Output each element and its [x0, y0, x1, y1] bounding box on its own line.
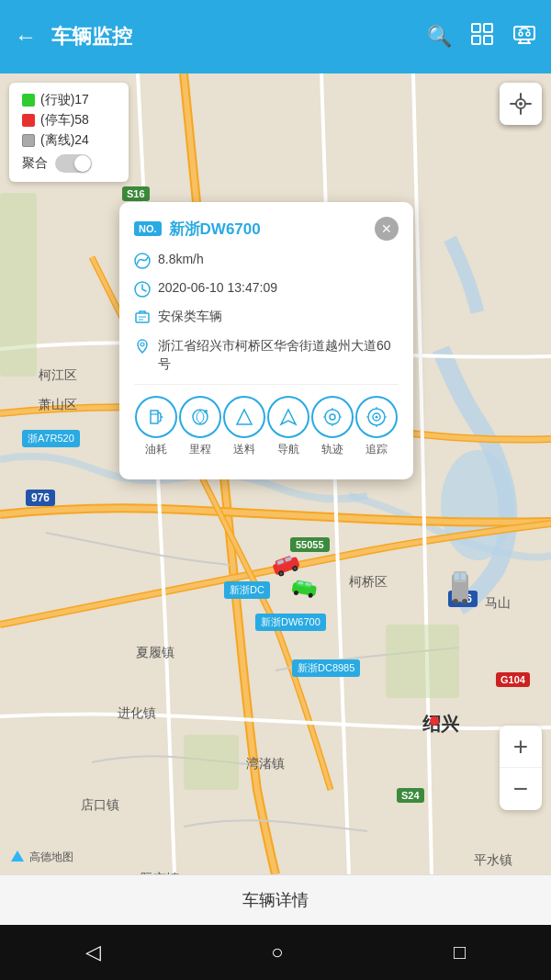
- plate-dc: 新浙DC: [224, 581, 270, 599]
- town-jinhua: 进化镇: [118, 705, 156, 722]
- navigation-icon: [267, 396, 309, 438]
- popup-time-row: 2020-06-10 13:47:09: [134, 280, 399, 301]
- track-label: 轨迹: [321, 442, 343, 457]
- toggle-knob: [74, 155, 91, 172]
- svg-point-6: [526, 32, 530, 36]
- town-wanzhu: 湾渚镇: [246, 756, 285, 772]
- action-navigation[interactable]: 导航: [267, 396, 309, 457]
- svg-rect-42: [455, 573, 459, 580]
- vehicle-detail-label: 车辆详情: [242, 889, 309, 911]
- action-mileage[interactable]: 里程: [179, 396, 221, 457]
- svg-rect-10: [386, 625, 459, 698]
- svg-marker-48: [11, 850, 24, 862]
- delivery-icon: [223, 396, 265, 438]
- plate-a7r520: 浙A7R520: [22, 430, 80, 447]
- town-diankou: 店口镇: [81, 797, 119, 814]
- popup-vehicle-title: 新浙DW6700: [169, 219, 375, 240]
- popup-speed-row: 8.8km/h: [134, 252, 399, 273]
- popup-actions: 油耗 里程 送料: [134, 396, 399, 457]
- svg-rect-43: [461, 573, 466, 580]
- car-monitor-icon[interactable]: [512, 22, 536, 51]
- zoom-controls: + −: [500, 726, 542, 810]
- svg-point-23: [376, 416, 378, 419]
- nav-back-button[interactable]: ◁: [67, 933, 119, 972]
- town-mashan: 马山: [485, 595, 511, 612]
- svg-point-5: [519, 32, 523, 36]
- search-icon[interactable]: 🔍: [427, 25, 452, 49]
- fuel-icon: [135, 396, 177, 438]
- page-title: 车辆监控: [51, 23, 427, 51]
- action-delivery[interactable]: 送料: [223, 396, 265, 457]
- vehicle-gray[interactable]: [450, 569, 470, 610]
- svg-point-44: [453, 599, 458, 604]
- action-track[interactable]: 轨迹: [311, 396, 354, 457]
- svg-marker-17: [237, 410, 252, 424]
- svg-rect-9: [0, 193, 37, 377]
- highway-976: 976: [26, 490, 55, 506]
- svg-rect-2: [472, 36, 480, 44]
- town-kejiang: 柯江区: [39, 367, 77, 384]
- clock-icon: [134, 281, 151, 301]
- driving-dot: [22, 94, 35, 107]
- action-follow[interactable]: 追踪: [355, 396, 398, 457]
- legend-parking: (停车)58: [22, 112, 116, 129]
- svg-point-19: [325, 410, 340, 424]
- header-icons: 🔍: [427, 22, 536, 51]
- merge-toggle[interactable]: [55, 154, 92, 173]
- svg-point-45: [462, 599, 467, 604]
- svg-point-12: [135, 253, 150, 268]
- legend-panel: (行驶)17 (停车)58 (离线)24 聚合: [9, 83, 129, 182]
- popup-close-button[interactable]: ✕: [375, 217, 399, 241]
- svg-point-20: [330, 414, 335, 420]
- follow-icon: [355, 396, 398, 438]
- nav-bar: ◁ ○ □: [0, 925, 551, 980]
- svg-marker-18: [281, 410, 296, 424]
- fuel-label: 油耗: [145, 442, 167, 457]
- plate-dc8985[interactable]: 新浙DC8985: [292, 659, 360, 677]
- svg-rect-11: [184, 735, 239, 790]
- town-xialv: 夏履镇: [136, 645, 174, 661]
- offline-dot: [22, 134, 35, 147]
- popup-type-row: 安保类车辆: [134, 309, 399, 330]
- svg-rect-1: [484, 24, 492, 32]
- gps-locate-button[interactable]: [500, 83, 542, 125]
- plate-dw6700-map[interactable]: 新浙DW6700: [255, 614, 326, 631]
- speed-icon: [134, 253, 151, 273]
- zoom-in-button[interactable]: +: [500, 726, 542, 768]
- city-marker: [430, 716, 439, 726]
- type-icon: [134, 310, 151, 330]
- popup-header: NO. 新浙DW6700 ✕: [134, 217, 399, 241]
- vehicle-info-popup: NO. 新浙DW6700 ✕ 8.8km/h 2020: [119, 202, 413, 479]
- highway-s24: S24: [397, 788, 424, 803]
- action-fuel[interactable]: 油耗: [135, 396, 177, 457]
- header: ← 车辆监控 🔍: [0, 0, 551, 73]
- highway-55055: 55055: [290, 537, 330, 552]
- vehicle-detail-bar[interactable]: 车辆详情: [0, 874, 551, 925]
- city-shaoxing: 绍兴: [422, 712, 459, 737]
- town-xiaoshan: 萧山区: [39, 397, 77, 413]
- map-container[interactable]: (行驶)17 (停车)58 (离线)24 聚合 NO. 新浙DW6700 ✕: [0, 73, 551, 874]
- town-pingshui: 平水镇: [474, 852, 512, 869]
- nav-recent-button[interactable]: □: [435, 933, 484, 972]
- highway-s16: S16: [122, 186, 150, 201]
- district-keqiao: 柯桥区: [349, 574, 388, 591]
- gaode-logo: 高德地图: [9, 849, 73, 865]
- parking-dot: [22, 114, 35, 127]
- svg-rect-3: [484, 36, 492, 44]
- svg-point-15: [141, 343, 144, 346]
- location-icon: [134, 338, 151, 358]
- network-icon[interactable]: [470, 22, 494, 51]
- mileage-icon: [179, 396, 221, 438]
- legend-driving: (行驶)17: [22, 92, 116, 108]
- follow-label: 追踪: [365, 442, 388, 457]
- nav-home-button[interactable]: ○: [253, 933, 301, 972]
- back-button[interactable]: ←: [15, 24, 37, 50]
- track-icon: [311, 396, 354, 438]
- no-badge: NO.: [134, 221, 162, 236]
- popup-address-row: 浙江省绍兴市柯桥区华舍街道越州大道60号: [134, 337, 399, 373]
- zoom-out-button[interactable]: −: [500, 768, 542, 810]
- town-ruanshi: 阮市镇: [141, 871, 179, 874]
- svg-rect-14: [136, 313, 149, 322]
- legend-toggle-row: 聚合: [22, 154, 116, 173]
- navigation-label: 导航: [277, 442, 299, 457]
